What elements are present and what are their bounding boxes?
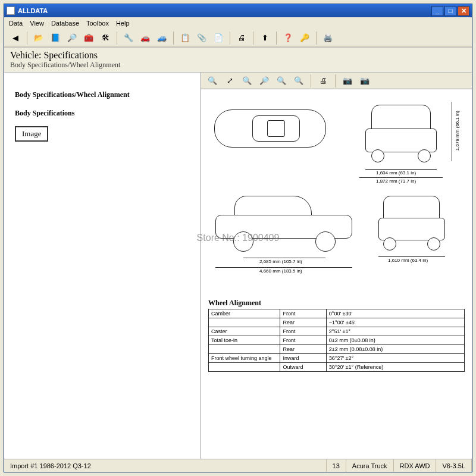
left-heading: Body Specifications/Wheel Alignment <box>15 90 190 99</box>
cell-param <box>209 345 280 354</box>
content-area: Body Specifications/Wheel Alignment Body… <box>4 73 472 459</box>
cell-position: Front <box>280 309 326 318</box>
page-icon[interactable]: 📄 <box>212 32 225 45</box>
cell-value: 30°20' ±1° (Reference) <box>326 363 464 372</box>
status-bar: Import #1 1986-2012 Q3-12 13 Acura Truck… <box>4 459 472 472</box>
cell-position: Front <box>280 336 326 345</box>
back-button[interactable]: ◀ <box>9 32 22 45</box>
table-row: Outward30°20' ±1° (Reference) <box>209 363 465 372</box>
window-buttons: _ □ ✕ <box>431 6 469 16</box>
car-icon[interactable]: 🚗 <box>139 32 152 45</box>
menu-view[interactable]: View <box>30 20 44 27</box>
camera-icon[interactable]: 📷 <box>341 74 354 87</box>
cell-param <box>209 363 280 372</box>
left-sub-heading: Body Specifications <box>15 109 190 118</box>
menu-database[interactable]: Database <box>51 20 79 27</box>
diagram-viewer: 1,604 mm (63.1 in) 1,872 mm (73.7 in) 1,… <box>201 89 472 459</box>
cell-value: 0°00' ±30' <box>326 309 464 318</box>
print-icon[interactable]: 🖨 <box>235 32 248 45</box>
cell-position: Rear <box>280 318 326 327</box>
table-row: Rear2±2 mm (0.08±0.08 in) <box>209 345 465 354</box>
zoom-fit-icon[interactable]: 🔍 <box>275 74 288 87</box>
cell-value: 0±2 mm (0±0.08 in) <box>326 336 464 345</box>
zoom-in-icon[interactable]: 🔍 <box>206 74 219 87</box>
cell-param: Front wheel turning angle <box>209 354 280 363</box>
car2-icon[interactable]: 🚙 <box>155 32 168 45</box>
folder-icon[interactable]: 📂 <box>32 32 45 45</box>
wrench-icon[interactable]: 🔧 <box>122 32 135 45</box>
cell-position: Front <box>280 327 326 336</box>
print2-icon[interactable]: 🖨️ <box>321 32 334 45</box>
separator <box>173 32 174 45</box>
dim-track-front: 1,604 mm (63.1 in) <box>376 170 416 176</box>
pan-icon[interactable]: ⤢ <box>223 74 236 87</box>
cell-value: 2°51' ±1° <box>326 327 464 336</box>
image-button[interactable]: Image <box>15 126 48 142</box>
tools-icon[interactable]: 🧰 <box>82 32 95 45</box>
camera2-icon[interactable]: 📷 <box>358 74 371 87</box>
book-icon[interactable]: 📘 <box>49 32 62 45</box>
breadcrumb: Body Specifications/Wheel Alignment <box>10 61 466 70</box>
app-title: ALLDATA <box>18 7 431 14</box>
status-id: 13 <box>327 459 346 472</box>
wheel-alignment-table: CamberFront0°00' ±30'Rear−1°00' ±45'Cast… <box>208 309 465 372</box>
zoom-reset-icon[interactable]: 🔍 <box>292 74 305 87</box>
viewer-print-icon[interactable]: 🖨 <box>317 74 330 87</box>
cell-param <box>209 318 280 327</box>
car-side-view: 2,685 mm (105.7 in) 4,660 mm (183.5 in) <box>211 191 359 274</box>
upload-icon[interactable]: ⬆ <box>258 32 271 45</box>
car-top-view <box>211 99 330 158</box>
dim-line <box>452 102 452 161</box>
gear-icon[interactable]: 🛠 <box>99 32 112 45</box>
key-icon[interactable]: 🔑 <box>298 32 311 45</box>
list-icon[interactable]: 📋 <box>178 32 192 45</box>
body-diagram: 1,604 mm (63.1 in) 1,872 mm (73.7 in) 1,… <box>205 93 468 295</box>
dim-track-rear: 1,872 mm (73.7 in) <box>376 178 416 184</box>
sub-header: Vehicle: Specifications Body Specificati… <box>4 47 472 73</box>
search-icon[interactable]: 🔎 <box>65 32 79 45</box>
cell-value: 2±2 mm (0.08±0.08 in) <box>326 345 464 354</box>
help-icon[interactable]: ❓ <box>281 32 295 45</box>
zoom-out-icon[interactable]: 🔎 <box>258 74 271 87</box>
separator <box>253 32 253 45</box>
separator <box>335 74 336 87</box>
status-import: Import #1 1986-2012 Q3-12 <box>4 459 327 472</box>
table-row: Total toe-inFront0±2 mm (0±0.08 in) <box>209 336 465 345</box>
menu-help[interactable]: Help <box>116 20 130 27</box>
car-front-view: 1,604 mm (63.1 in) 1,872 mm (73.7 in) <box>359 99 449 176</box>
dim-width: 1,610 mm (63.4 in) <box>388 258 428 263</box>
clip-icon[interactable]: 📎 <box>195 32 208 45</box>
separator <box>27 32 27 45</box>
cell-param: Camber <box>209 309 280 318</box>
minimize-button[interactable]: _ <box>431 6 443 16</box>
right-pane: 🔍 ⤢ 🔍 🔎 🔍 🔍 🖨 📷 📷 <box>201 73 472 459</box>
viewer-toolbar: 🔍 ⤢ 🔍 🔎 🔍 🔍 🖨 📷 📷 <box>201 73 472 89</box>
status-engine: V6-3.5L <box>436 459 472 472</box>
title-bar: ALLDATA _ □ ✕ <box>4 4 472 17</box>
cell-value: −1°00' ±45' <box>326 318 464 327</box>
app-icon <box>7 7 15 15</box>
table-row: CasterFront2°51' ±1° <box>209 327 465 336</box>
status-make: Acura Truck <box>346 459 394 472</box>
dim-length: 4,660 mm (183.5 in) <box>259 268 302 274</box>
car-rear-view: 1,610 mm (63.4 in) <box>371 191 455 274</box>
close-button[interactable]: ✕ <box>458 6 469 16</box>
cell-position: Inward <box>280 354 326 363</box>
cell-param: Total toe-in <box>209 336 280 345</box>
table-row: Front wheel turning angleInward36°27' ±2… <box>209 354 465 363</box>
left-pane: Body Specifications/Wheel Alignment Body… <box>4 73 201 459</box>
separator <box>316 32 317 45</box>
cell-position: Outward <box>280 363 326 372</box>
dim-wheelbase: 2,685 mm (105.7 in) <box>259 259 302 264</box>
main-toolbar: ◀ 📂 📘 🔎 🧰 🛠 🔧 🚗 🚙 📋 📎 📄 🖨 ⬆ ❓ 🔑 🖨️ <box>4 29 472 47</box>
table-row: Rear−1°00' ±45' <box>209 318 465 327</box>
separator <box>117 32 117 45</box>
zoom-region-icon[interactable]: 🔍 <box>240 74 253 87</box>
menu-bar: Data View Database Toolbox Help <box>4 17 472 29</box>
cell-param: Caster <box>209 327 280 336</box>
separator <box>276 32 277 45</box>
separator <box>230 32 230 45</box>
maximize-button[interactable]: □ <box>444 6 456 16</box>
menu-data[interactable]: Data <box>9 20 23 27</box>
menu-toolbox[interactable]: Toolbox <box>86 20 109 27</box>
